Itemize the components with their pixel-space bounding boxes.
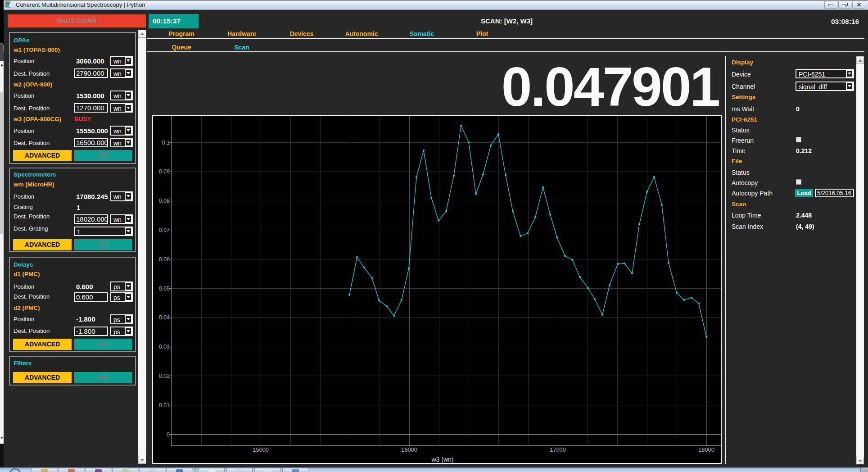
svg-text:17000: 17000 [550, 446, 566, 453]
svg-text:0.02: 0.02 [159, 373, 170, 379]
svg-text:0.06: 0.06 [159, 256, 170, 263]
svg-text:w3 (wn): w3 (wn) [431, 456, 453, 463]
svg-text:0.01: 0.01 [159, 402, 170, 408]
svg-text:0.08: 0.08 [159, 198, 170, 204]
svg-text:18000: 18000 [698, 446, 714, 453]
svg-text:0.03: 0.03 [159, 344, 170, 350]
svg-text:0.1: 0.1 [162, 140, 170, 146]
svg-text:0.07: 0.07 [159, 227, 170, 233]
svg-text:16000: 16000 [401, 446, 417, 453]
svg-text:15000: 15000 [253, 446, 269, 453]
svg-text:0.04: 0.04 [159, 314, 170, 321]
svg-text:0.05: 0.05 [159, 286, 170, 292]
svg-text:0: 0 [167, 431, 170, 438]
svg-text:0.09: 0.09 [159, 168, 170, 175]
